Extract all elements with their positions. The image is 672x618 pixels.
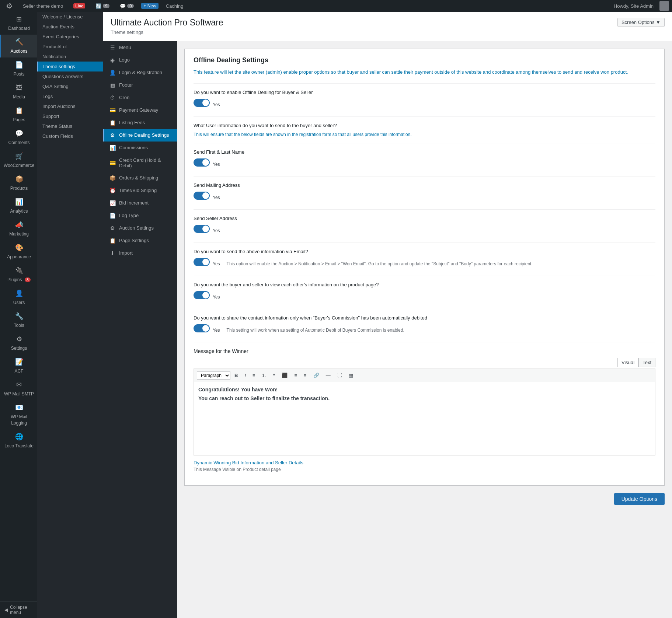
paragraph-select[interactable]: Paragraph (197, 371, 230, 380)
sidebar-item-comments[interactable]: 💬 Comments (0, 126, 37, 149)
sidebar-item-wpmaillog[interactable]: 📧 WP Mail Logging (0, 400, 37, 429)
sidebar-item-media[interactable]: 🖼 Media (0, 80, 37, 103)
login-icon: 👤 (109, 70, 116, 76)
sidebar-item-plugins[interactable]: 🔌 Plugins 8 (0, 263, 37, 286)
menu-item-commissions-label: Commissions (119, 145, 148, 150)
editor-tab-visual[interactable]: Visual (617, 358, 638, 367)
menu-item-credit-label: Credit Card (Hold & Debit) (119, 157, 173, 168)
collapse-menu-button[interactable]: ◀ Collapse menu (0, 601, 37, 618)
sidebar-item-wpmail[interactable]: ✉ WP Mail SMTP (0, 377, 37, 400)
credit-card-icon: 💳 (109, 160, 116, 166)
updates-item[interactable]: 🔄 9 (93, 3, 112, 9)
sidebar-item-analytics[interactable]: 📊 Analytics (0, 195, 37, 217)
align-left-button[interactable]: ⬛ (279, 371, 290, 380)
menu-item-credit-card[interactable]: 💳 Credit Card (Hold & Debit) (103, 154, 177, 172)
update-options-button[interactable]: Update Options (614, 493, 665, 505)
caching-button[interactable]: Caching (163, 3, 187, 9)
toolbar-toggle-button[interactable]: ▦ (346, 371, 356, 380)
submenu-auction-events[interactable]: Auction Events (37, 22, 103, 32)
align-center-button[interactable]: ≡ (292, 371, 300, 380)
submenu-custom-fields[interactable]: Custom Fields (37, 131, 103, 141)
sidebar-item-posts[interactable]: 📄 Posts (0, 57, 37, 80)
plugins-icon: 🔌 (3, 266, 35, 275)
comments-item[interactable]: 💬 0 (117, 3, 137, 9)
sidebar-item-appearance[interactable]: 🎨 Appearance (0, 240, 37, 263)
new-button[interactable]: + New (141, 3, 158, 9)
send-email-toggle[interactable] (194, 258, 210, 266)
products-icon: 📦 (3, 175, 35, 184)
unordered-list-button[interactable]: ≡ (250, 371, 258, 380)
share-contact-toggle[interactable] (194, 324, 210, 332)
cron-icon: ⏱ (109, 95, 116, 101)
sidebar-item-products[interactable]: 📦 Products (0, 172, 37, 195)
submenu-qa-setting[interactable]: Q&A Setting (37, 81, 103, 91)
send-name-toggle-label: Yes (213, 162, 220, 167)
blockquote-button[interactable]: ❝ (270, 371, 278, 380)
menu-item-auction-settings[interactable]: ⚙ Auction Settings (103, 222, 177, 234)
sidebar-item-dashboard[interactable]: ⊞ Dashboard (0, 12, 37, 35)
menu-item-import[interactable]: ⬇ Import (103, 247, 177, 259)
acf-icon: 📝 (3, 357, 35, 367)
menu-item-offline[interactable]: ⚙ Offline Dealing Settings (103, 129, 177, 142)
page-settings-icon: 📋 (109, 238, 116, 244)
sidebar-item-pages[interactable]: 📋 Pages (0, 103, 37, 126)
submenu-event-categories[interactable]: Event Categories (37, 32, 103, 42)
more-button[interactable]: — (323, 371, 333, 380)
sidebar-item-acf[interactable]: 📝 ACF (0, 355, 37, 377)
submenu-welcome[interactable]: Welcome / License (37, 12, 103, 22)
menu-item-log-type[interactable]: 📄 Log Type (103, 209, 177, 222)
settings-title: Offline Dealing Settings (194, 56, 655, 64)
menu-item-page-settings[interactable]: 📋 Page Settings (103, 234, 177, 247)
sidebar-item-settings[interactable]: ⚙ Settings (0, 332, 37, 355)
submenu-theme-settings[interactable]: Theme settings (37, 62, 103, 71)
send-seller-label: Send Seller Address (194, 216, 655, 221)
sidebar-item-marketing[interactable]: 📣 Marketing (0, 217, 37, 240)
howdy-label[interactable]: Howdy, Site Admin (611, 3, 657, 9)
menu-item-timer[interactable]: ⏰ Timer/Bid Sniping (103, 184, 177, 197)
send-name-toggle[interactable] (194, 158, 210, 167)
link-button[interactable]: 🔗 (311, 371, 322, 380)
site-name[interactable]: Seller theme demo (20, 3, 66, 9)
submenu-notification[interactable]: Notification (37, 52, 103, 62)
submenu-product-lot[interactable]: Product/Lot (37, 42, 103, 52)
sidebar-item-loco[interactable]: 🌐 Loco Translate (0, 429, 37, 452)
submenu-import-auctions[interactable]: Import Auctions (37, 101, 103, 111)
menu-item-cron[interactable]: ⏱ Cron (103, 91, 177, 104)
view-info-toggle[interactable] (194, 291, 210, 299)
sidebar-comments-label: Comments (8, 140, 29, 145)
enable-offline-toggle[interactable] (194, 99, 210, 107)
wp-logo-icon[interactable]: ⚙ (3, 1, 15, 10)
setting-send-name: Send First & Last Name Yes (194, 143, 655, 176)
menu-item-footer[interactable]: ▦ Footer (103, 79, 177, 91)
dynamic-link[interactable]: Dynamic Winning Bid Information and Sell… (194, 460, 655, 465)
ordered-list-button[interactable]: 1. (260, 371, 269, 380)
sidebar-item-users[interactable]: 👤 Users (0, 286, 37, 309)
editor-area[interactable]: Congratulations! You have Won! You can r… (194, 382, 655, 455)
submenu-theme-status[interactable]: Theme Status (37, 121, 103, 131)
menu-item-listing[interactable]: 📋 Listing Fees (103, 116, 177, 129)
menu-item-logo[interactable]: ◉ Logo (103, 54, 177, 66)
sidebar-item-woocommerce[interactable]: 🛒 WooCommerce (0, 149, 37, 172)
auction-settings-icon: ⚙ (109, 225, 116, 231)
align-right-button[interactable]: ≡ (301, 371, 309, 380)
sidebar-item-auctions[interactable]: 🔨 Auctions (0, 35, 37, 57)
editor-tab-text[interactable]: Text (638, 358, 655, 367)
bold-button[interactable]: B (232, 371, 240, 380)
submenu-logs[interactable]: Logs (37, 91, 103, 101)
fullscreen-button[interactable]: ⛶ (335, 371, 345, 380)
sidebar-marketing-label: Marketing (9, 231, 29, 237)
submenu-support[interactable]: Support (37, 111, 103, 121)
view-info-toggle-label: Yes (213, 294, 220, 300)
send-mailing-toggle[interactable] (194, 192, 210, 200)
menu-item-commissions[interactable]: 📊 Commissions (103, 142, 177, 154)
menu-item-login[interactable]: 👤 Login & Registration (103, 66, 177, 79)
send-seller-toggle[interactable] (194, 225, 210, 233)
sidebar-item-tools[interactable]: 🔧 Tools (0, 309, 37, 332)
italic-button[interactable]: I (242, 371, 248, 380)
menu-item-orders[interactable]: 📦 Orders & Shipping (103, 172, 177, 184)
submenu-questions-answers[interactable]: Questions Answers (37, 71, 103, 81)
menu-item-menu[interactable]: ☰ Menu (103, 41, 177, 54)
screen-options-button[interactable]: Screen Options ▼ (617, 18, 665, 27)
menu-item-bid-increment[interactable]: 📈 Bid Increment (103, 197, 177, 209)
menu-item-payment[interactable]: 💳 Payment Gateway (103, 104, 177, 116)
